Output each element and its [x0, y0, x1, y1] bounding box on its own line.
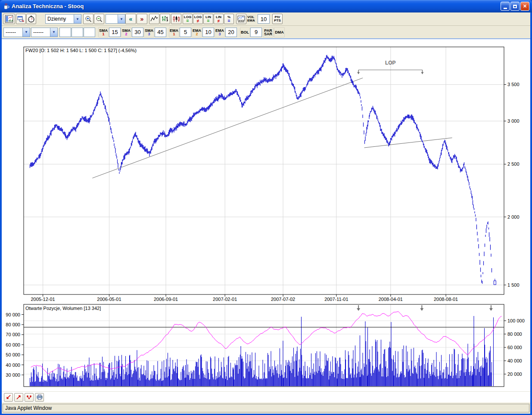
sma2-toggle[interactable]: SMA 2 — [121, 27, 131, 37]
chevron-down-icon: ▼ — [74, 15, 81, 23]
svg-text:90 000: 90 000 — [6, 312, 20, 317]
main-grid — [24, 47, 504, 294]
indicator-param-input-1[interactable] — [59, 28, 71, 37]
svg-text:30 000: 30 000 — [6, 372, 20, 378]
ema1-input[interactable] — [180, 28, 191, 37]
arrow-up-right-icon — [16, 394, 22, 400]
sma3-input[interactable] — [155, 28, 166, 37]
annotation-toolbar — [2, 391, 530, 403]
dma-toggle[interactable]: DMA — [274, 27, 285, 37]
indicator-select-1-value: ------ — [4, 29, 22, 35]
chevron-down-icon: ▼ — [118, 15, 125, 23]
chart-with-volume-icon — [237, 15, 245, 23]
close-button[interactable]: ✕ — [520, 2, 529, 11]
status-text: Java Applet Window — [5, 405, 52, 411]
scale-lin-eq-button[interactable]: LIN = — [203, 14, 213, 24]
scale-button-symbol: = — [207, 19, 210, 23]
printer-icon — [37, 394, 43, 400]
ema3-input[interactable] — [225, 28, 237, 37]
zoom-range-select[interactable]: ▼ — [106, 14, 125, 24]
indicator-param-input-3[interactable] — [84, 28, 95, 37]
print-button[interactable] — [35, 393, 44, 402]
lop-annotation: LOP — [357, 60, 423, 74]
svg-text:2 000: 2 000 — [507, 214, 520, 220]
svg-text:100 000: 100 000 — [507, 318, 525, 323]
svg-text:2008-04-01: 2008-04-01 — [379, 297, 403, 302]
sma3-toggle[interactable]: SMA 3 — [144, 27, 154, 37]
zoom-out-button[interactable] — [94, 14, 104, 24]
volume-bars — [30, 316, 494, 386]
sma1-toggle[interactable]: SMA 1 — [98, 27, 109, 37]
trend-fan-tool-button[interactable] — [25, 393, 34, 402]
trend-up-tool-button[interactable] — [14, 393, 23, 402]
sar-label: SAR — [264, 32, 272, 36]
svg-text:3 000: 3 000 — [507, 118, 520, 124]
ema2-toggle[interactable]: EMA 2 — [192, 27, 202, 37]
ohlc-chart-type-button[interactable] — [160, 14, 170, 24]
ema2-input[interactable] — [202, 28, 214, 37]
close-icon: ✕ — [523, 3, 527, 9]
chart-area[interactable]: LOP3 5003 0002 5002 0001 5002005-12-0120… — [2, 39, 530, 391]
bollinger-toggle[interactable]: BOL — [240, 27, 250, 37]
scale-lin-neq-button[interactable]: LIN ≠ — [214, 14, 224, 24]
indicator-toolbar: ------ ▼ ------ ▼ SMA 1 SMA 2 SMA 3 EMA … — [2, 26, 530, 39]
interval-select[interactable]: Dzienny ▼ — [45, 14, 81, 24]
svg-text:3 500: 3 500 — [507, 82, 520, 87]
scale-button-symbol: ≠ — [197, 19, 199, 23]
zoom-out-icon — [96, 15, 103, 23]
maximize-button[interactable] — [510, 2, 520, 11]
chart-report-icon — [5, 15, 13, 23]
dma-label: DMA — [275, 31, 284, 34]
svg-text:60 000: 60 000 — [6, 342, 20, 347]
svg-text:40 000: 40 000 — [6, 362, 20, 368]
main-axes: 3 5003 0002 5002 0001 5002005-12-012006-… — [25, 48, 520, 302]
svg-text:FW20 [O: 1 502 H: 1 540 L: 1: FW20 [O: 1 502 H: 1 540 L: 1 500 C: 1 52… — [25, 48, 137, 53]
scroll-forward-button[interactable]: » — [137, 14, 147, 24]
volume-panel-button[interactable] — [236, 14, 246, 24]
pts-label: PTS — [274, 19, 281, 22]
scale-percent-button[interactable]: % = — [224, 14, 234, 24]
expiry-markers — [357, 305, 493, 311]
parabolic-sar-toggle[interactable]: PAR SAR — [263, 27, 274, 37]
candle-chart-type-button[interactable] — [171, 14, 181, 24]
vol-ema-period-input[interactable] — [258, 14, 270, 24]
bollinger-input[interactable] — [250, 28, 262, 37]
sma1-index: 1 — [102, 32, 104, 36]
minimize-icon — [504, 8, 507, 9]
title-bar[interactable]: Analiza Techniczna - Stooq ✕ — [0, 0, 532, 12]
bol-label: BOL — [241, 31, 249, 34]
indicator-select-1[interactable]: ------ ▼ — [3, 28, 30, 37]
trend-down-tool-button[interactable] — [4, 393, 13, 402]
svg-text:2007-11-01: 2007-11-01 — [324, 297, 348, 302]
svg-text:Otwarte Pozycje, Wolumen [13 3: Otwarte Pozycje, Wolumen [13 342] — [25, 306, 101, 311]
java-app-icon — [3, 3, 9, 10]
arrows-up-both-icon — [26, 394, 32, 400]
scale-log-neq-button[interactable]: LOG ≠ — [193, 14, 203, 24]
sma1-input[interactable] — [109, 28, 121, 37]
svg-text:20 000: 20 000 — [507, 372, 522, 377]
vol-ema-label: VOL EMA — [247, 15, 255, 22]
pivot-points-button[interactable]: PIV PTS — [272, 14, 283, 24]
indicator-param-input-2[interactable] — [72, 28, 83, 37]
scroll-back-button[interactable]: « — [125, 14, 136, 24]
chart-report-button[interactable] — [3, 14, 15, 24]
timer-button[interactable] — [26, 14, 36, 24]
svg-text:40 000: 40 000 — [507, 358, 522, 363]
sma2-input[interactable] — [132, 28, 143, 37]
minimize-button[interactable] — [501, 2, 510, 11]
detach-window-button[interactable] — [16, 14, 26, 24]
ema3-index: 3 — [218, 32, 221, 36]
double-chevron-left-icon: « — [129, 15, 133, 22]
chevron-down-icon: ▼ — [50, 28, 57, 37]
indicator-select-2[interactable]: ------ ▼ — [31, 28, 58, 37]
zoom-in-button[interactable] — [83, 14, 93, 24]
scale-log-eq-button[interactable]: LOG = — [183, 14, 193, 24]
line-chart-type-button[interactable] — [149, 14, 159, 24]
ema1-toggle[interactable]: EMA 1 — [169, 27, 179, 37]
scale-button-symbol: = — [187, 19, 189, 23]
ema1-index: 1 — [173, 32, 175, 36]
ema3-toggle[interactable]: EMA 3 — [215, 27, 225, 37]
chevron-down-icon: ▼ — [22, 28, 30, 37]
price-and-volume-charts[interactable]: LOP3 5003 0002 5002 0001 5002005-12-0120… — [2, 39, 530, 391]
svg-text:50 000: 50 000 — [6, 352, 20, 357]
